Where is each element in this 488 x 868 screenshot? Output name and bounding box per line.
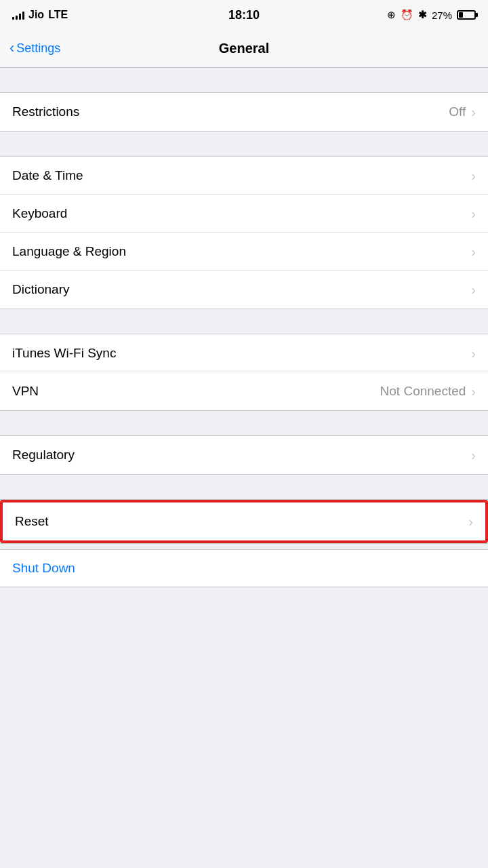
dictionary-label: Dictionary [12, 282, 69, 297]
reset-row[interactable]: Reset › [3, 502, 485, 540]
nav-bar: ‹ Settings General [0, 30, 488, 68]
date-time-chevron-icon: › [471, 169, 476, 182]
reset-chevron-icon: › [468, 515, 473, 528]
regulatory-right: › [471, 448, 476, 462]
status-bar: Jio LTE 18:10 ⊕ ⏰ ✱ 27% [0, 0, 488, 30]
section-gap-3 [0, 309, 488, 334]
vpn-chevron-icon: › [471, 384, 476, 398]
dictionary-row[interactable]: Dictionary › [0, 271, 488, 309]
back-button[interactable]: ‹ Settings [9, 41, 60, 56]
status-left: Jio LTE [12, 9, 68, 21]
section-gap-5 [0, 475, 488, 499]
regulatory-row[interactable]: Regulatory › [0, 436, 488, 474]
itunes-wifi-sync-row[interactable]: iTunes Wi-Fi Sync › [0, 334, 488, 372]
shut-down-label: Shut Down [12, 561, 75, 576]
itunes-wifi-sync-chevron-icon: › [471, 347, 476, 360]
language-region-right: › [471, 245, 476, 258]
language-region-row[interactable]: Language & Region › [0, 233, 488, 271]
battery-icon [457, 10, 476, 20]
location-icon: ⊕ [387, 9, 396, 21]
reset-highlight-border: Reset › [0, 500, 488, 543]
keyboard-label: Keyboard [12, 206, 67, 221]
vpn-right: Not Connected › [380, 384, 476, 399]
section-gap-2 [0, 132, 488, 156]
itunes-wifi-sync-right: › [471, 347, 476, 360]
restrictions-group: Restrictions Off › [0, 92, 488, 132]
regulatory-label: Regulatory [12, 448, 75, 462]
signal-bar-2 [16, 16, 18, 20]
sync-group: iTunes Wi-Fi Sync › VPN Not Connected › [0, 334, 488, 411]
regulatory-chevron-icon: › [471, 448, 476, 462]
alarm-icon: ⏰ [401, 9, 413, 21]
dictionary-chevron-icon: › [471, 283, 476, 296]
battery-fill [459, 12, 463, 18]
reset-label: Reset [15, 514, 49, 529]
vpn-value: Not Connected [380, 384, 466, 399]
restrictions-chevron-icon: › [471, 105, 476, 119]
date-time-right: › [471, 169, 476, 182]
datetime-group: Date & Time › Keyboard › Language & Regi… [0, 156, 488, 309]
keyboard-right: › [471, 207, 476, 220]
network-type-label: LTE [48, 9, 68, 21]
section-gap-4 [0, 411, 488, 435]
reset-group: Reset › [0, 499, 488, 544]
section-gap-6 [0, 544, 488, 549]
date-time-row[interactable]: Date & Time › [0, 157, 488, 195]
reset-right: › [468, 515, 473, 528]
vpn-row[interactable]: VPN Not Connected › [0, 372, 488, 410]
restrictions-value: Off [449, 104, 466, 119]
back-chevron-icon: ‹ [9, 41, 14, 56]
date-time-label: Date & Time [12, 168, 83, 183]
keyboard-row[interactable]: Keyboard › [0, 195, 488, 233]
itunes-wifi-sync-label: iTunes Wi-Fi Sync [12, 346, 116, 361]
keyboard-chevron-icon: › [471, 207, 476, 220]
dictionary-right: › [471, 283, 476, 296]
restrictions-label: Restrictions [12, 104, 79, 119]
status-time: 18:10 [228, 8, 260, 22]
page-title: General [219, 41, 269, 56]
restrictions-right: Off › [449, 104, 476, 119]
regulatory-group: Regulatory › [0, 435, 488, 475]
language-region-chevron-icon: › [471, 245, 476, 258]
language-region-label: Language & Region [12, 244, 126, 259]
shut-down-row[interactable]: Shut Down [0, 549, 488, 587]
signal-bars [12, 10, 24, 20]
battery-percent: 27% [432, 9, 452, 21]
status-right: ⊕ ⏰ ✱ 27% [387, 9, 476, 21]
section-gap-top [0, 68, 488, 92]
signal-bar-4 [22, 12, 24, 20]
back-label: Settings [16, 41, 60, 56]
restrictions-row[interactable]: Restrictions Off › [0, 93, 488, 131]
bluetooth-icon: ✱ [418, 9, 427, 21]
carrier-label: Jio [28, 9, 44, 21]
signal-bar-1 [12, 17, 14, 20]
signal-bar-3 [19, 14, 21, 20]
vpn-label: VPN [12, 384, 39, 399]
